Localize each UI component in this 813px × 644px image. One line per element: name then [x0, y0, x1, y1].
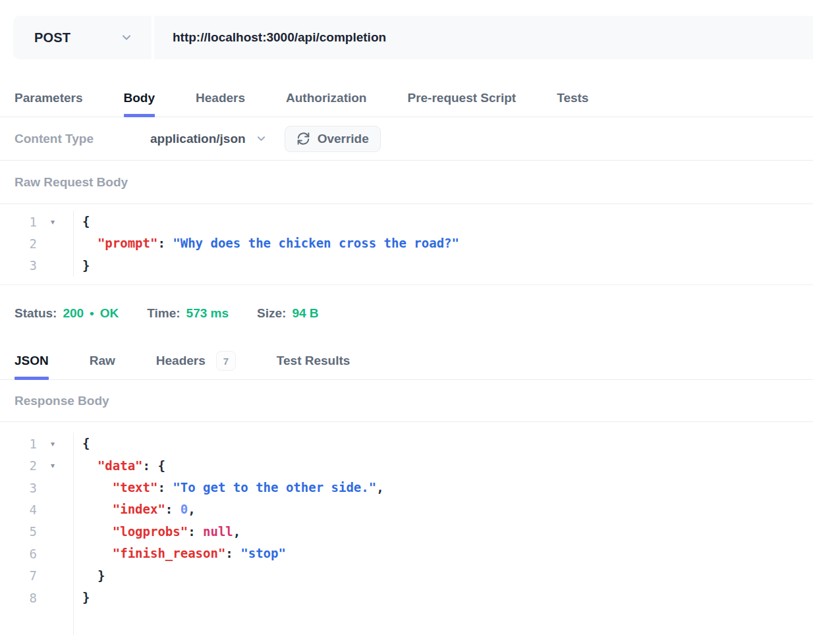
code-line: "logprobs": null,: [82, 521, 813, 543]
line-number: 3: [0, 481, 37, 495]
tab-tests[interactable]: Tests: [557, 91, 588, 117]
tab-headers[interactable]: Headers: [196, 91, 245, 117]
tab-pre-request-script[interactable]: Pre-request Script: [407, 91, 516, 117]
line-number: 7: [0, 568, 37, 583]
status-label: Status:: [14, 306, 57, 321]
tab-json[interactable]: JSON: [14, 354, 49, 379]
override-button[interactable]: Override: [285, 126, 381, 152]
content-type-label: Content Type: [14, 132, 150, 146]
code-line: "prompt": "Why does the chicken cross th…: [82, 232, 813, 254]
response-body-editor: 1▾2▾345678 { "data": { "text": "To get t…: [0, 422, 813, 635]
tab-headers-group: Headers 7: [156, 354, 236, 379]
tab-body[interactable]: Body: [124, 91, 155, 117]
response-tabs: JSON Raw Headers 7 Test Results: [0, 354, 813, 380]
line-number: 1: [0, 215, 37, 229]
code-line: {: [82, 211, 813, 232]
request-url-bar: POST http://localhost:3000/api/completio…: [13, 16, 813, 59]
fold-toggle-icon[interactable]: ▾: [37, 217, 69, 227]
gutter-row: 2▾: [0, 455, 73, 477]
tab-authorization[interactable]: Authorization: [286, 91, 366, 117]
gutter-row: 2: [0, 232, 73, 254]
gutter-row: 8: [0, 587, 73, 608]
response-line-number-gutter: 1▾2▾345678: [0, 433, 74, 635]
gutter-row: 1▾: [0, 433, 73, 454]
code-line: }: [82, 565, 813, 587]
gutter-row: 3: [0, 477, 73, 498]
tab-test-results[interactable]: Test Results: [277, 354, 350, 379]
time-label: Time:: [147, 306, 180, 321]
response-meta-row: Status: 200 • OK Time: 573 ms Size: 94 B: [0, 285, 813, 321]
code-line: }: [82, 587, 813, 608]
status-separator: •: [90, 306, 94, 321]
request-code-area[interactable]: { "prompt": "Why does the chicken cross …: [74, 211, 813, 277]
response-body-header: Response Body: [0, 380, 813, 422]
line-number: 2: [0, 236, 37, 251]
chevron-down-icon: [121, 32, 132, 43]
tab-raw[interactable]: Raw: [90, 354, 115, 379]
time-value: 573 ms: [186, 306, 229, 321]
line-number: 5: [0, 524, 37, 539]
gutter-row: 5: [0, 521, 73, 543]
tab-response-headers[interactable]: Headers: [156, 354, 206, 379]
code-line: "data": {: [82, 455, 813, 477]
line-number: 2: [0, 458, 37, 473]
override-label: Override: [318, 132, 369, 146]
line-number: 8: [0, 591, 37, 605]
method-selector[interactable]: POST: [13, 16, 152, 59]
status-code: 200: [63, 306, 84, 321]
url-input[interactable]: http://localhost:3000/api/completion: [154, 16, 813, 59]
line-number: 1: [0, 437, 37, 451]
gutter-row: 4: [0, 498, 73, 520]
code-line: }: [82, 255, 813, 277]
size-value: 94 B: [292, 306, 318, 321]
method-label: POST: [34, 30, 70, 45]
status-text: OK: [100, 306, 119, 321]
code-line: "finish_reason": "stop": [82, 543, 813, 564]
code-line: "index": 0,: [82, 498, 813, 520]
content-type-value: application/json: [150, 132, 246, 146]
size-group: Size: 94 B: [257, 306, 319, 321]
chevron-down-icon: [256, 134, 266, 144]
raw-request-body-label: Raw Request Body: [14, 175, 128, 190]
headers-count-badge: 7: [216, 351, 236, 371]
response-code-area[interactable]: { "data": { "text": "To get to the other…: [74, 433, 813, 635]
code-line: {: [82, 433, 813, 454]
request-body-editor: 1▾23 { "prompt": "Why does the chicken c…: [0, 204, 813, 285]
gutter-row: 6: [0, 543, 73, 564]
request-line-number-gutter: 1▾23: [0, 211, 74, 277]
request-tabs: Parameters Body Headers Authorization Pr…: [0, 91, 813, 117]
line-number: 6: [0, 547, 37, 561]
code-line: "text": "To get to the other side.",: [82, 477, 813, 498]
gutter-row: 7: [0, 565, 73, 587]
raw-request-body-header: Raw Request Body: [0, 161, 813, 204]
refresh-icon: [296, 132, 310, 146]
content-type-select[interactable]: application/json: [150, 132, 266, 146]
size-label: Size:: [257, 306, 286, 321]
url-text: http://localhost:3000/api/completion: [173, 30, 386, 45]
gutter-row: 1▾: [0, 211, 73, 232]
response-body-label: Response Body: [14, 394, 109, 408]
fold-toggle-icon[interactable]: ▾: [37, 461, 69, 470]
line-number: 3: [0, 258, 37, 273]
tab-parameters[interactable]: Parameters: [14, 91, 83, 117]
content-type-row: Content Type application/json Override: [0, 117, 813, 161]
gutter-row: 3: [0, 255, 73, 277]
fold-toggle-icon[interactable]: ▾: [37, 439, 69, 448]
status-group: Status: 200 • OK: [14, 306, 119, 321]
time-group: Time: 573 ms: [147, 306, 229, 321]
line-number: 4: [0, 502, 37, 517]
